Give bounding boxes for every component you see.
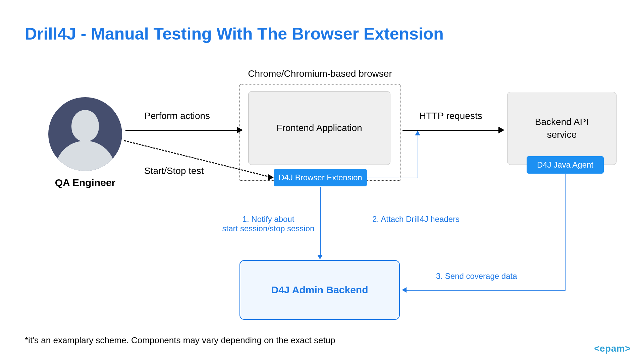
avatar-icon bbox=[48, 97, 122, 171]
edge-attach-headers-label: 2. Attach Drill4J headers bbox=[362, 215, 470, 224]
arrowhead-icon bbox=[415, 131, 420, 135]
footnote: *it's an examplary scheme. Components ma… bbox=[25, 335, 335, 346]
edge-notify-label: 1. Notify about start session/stop sessi… bbox=[218, 215, 319, 233]
page-title: Drill4J - Manual Testing With The Browse… bbox=[25, 24, 444, 44]
edge-coverage-h bbox=[406, 290, 566, 291]
backend-api-node: Backend API service bbox=[507, 92, 616, 165]
java-agent-badge: D4J Java Agent bbox=[527, 156, 604, 174]
edge-perform-actions-label: Perform actions bbox=[144, 111, 210, 121]
backend-api-label: Backend API service bbox=[535, 116, 589, 141]
diagram-canvas: Drill4J - Manual Testing With The Browse… bbox=[0, 0, 644, 362]
edge-coverage-v bbox=[565, 174, 566, 290]
arrowhead-icon bbox=[317, 255, 323, 259]
edge-perform-actions bbox=[125, 130, 239, 131]
qa-engineer-node: QA Engineer bbox=[45, 97, 125, 188]
edge-attach-headers-h bbox=[367, 178, 418, 178]
edge-attach-headers-v bbox=[418, 135, 418, 178]
edge-http-requests-label: HTTP requests bbox=[419, 111, 482, 121]
arrowhead-icon bbox=[402, 287, 407, 293]
qa-engineer-label: QA Engineer bbox=[45, 177, 125, 188]
arrowhead-icon bbox=[237, 127, 243, 133]
admin-backend-node: D4J Admin Backend bbox=[239, 260, 400, 320]
brand-logo: <epam> bbox=[594, 343, 631, 354]
browser-container-label: Chrome/Chromium-based browser bbox=[239, 68, 400, 79]
edge-start-stop-label: Start/Stop test bbox=[144, 166, 204, 176]
frontend-application-node: Frontend Application bbox=[248, 91, 390, 165]
edge-coverage-label: 3. Send coverage data bbox=[436, 272, 543, 281]
arrowhead-icon bbox=[498, 127, 504, 133]
browser-extension-badge: D4J Browser Extension bbox=[274, 169, 367, 186]
edge-notify bbox=[320, 187, 321, 257]
arrowhead-icon bbox=[268, 174, 274, 180]
